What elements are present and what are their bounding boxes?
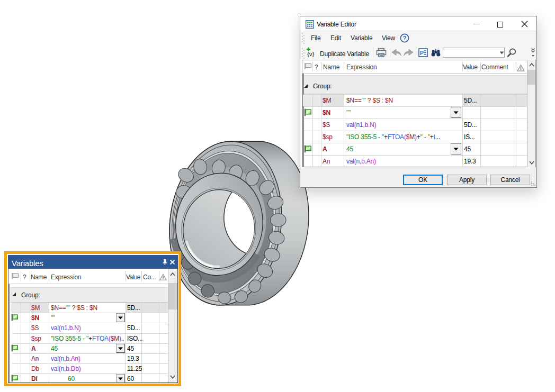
svg-text:{v}: {v} bbox=[307, 51, 315, 57]
svg-text:P: P bbox=[420, 50, 424, 56]
svg-text:?: ? bbox=[403, 35, 407, 41]
